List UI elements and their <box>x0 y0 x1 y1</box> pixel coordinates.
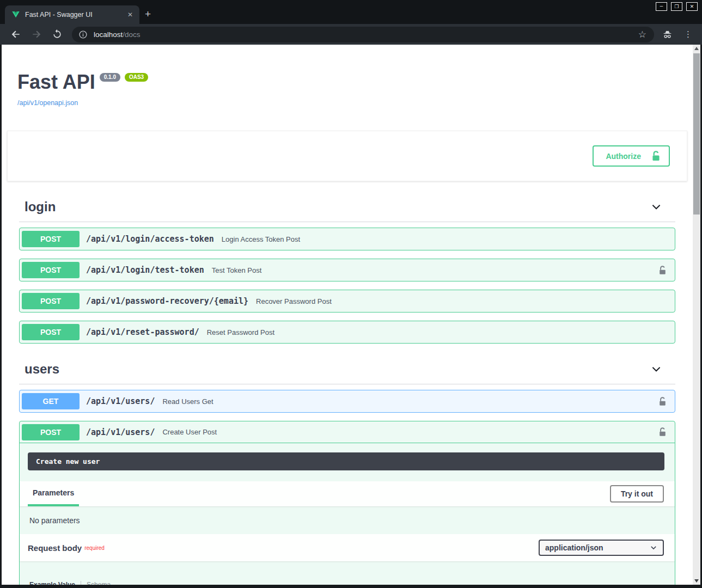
method-badge: POST <box>22 262 80 278</box>
browser-tab[interactable]: Fast API - Swagger UI ✕ <box>5 5 139 24</box>
scheme-container: Authorize <box>7 131 687 181</box>
openapi-spec-link[interactable]: /api/v1/openapi.json <box>17 99 693 107</box>
authorize-button[interactable]: Authorize <box>593 145 670 167</box>
tab-separator <box>81 581 81 585</box>
window-controls: ─ ❐ ✕ <box>656 2 698 11</box>
close-button[interactable]: ✕ <box>686 2 698 11</box>
new-tab-button[interactable]: + <box>145 9 151 19</box>
lock-icon[interactable] <box>658 427 667 437</box>
op-summary: Create User Post <box>162 428 217 436</box>
scroll-down-arrow[interactable] <box>693 577 700 585</box>
op-description: Create new user <box>28 452 664 470</box>
op-row: POST /api/v1/login/test-token Test Token… <box>19 259 675 281</box>
op-row: POST /api/v1/reset-password/ Reset Passw… <box>19 321 675 344</box>
chevron-down-icon <box>650 544 657 552</box>
op-row: GET /api/v1/users/ Read Users Get <box>19 390 675 413</box>
request-body-label: Request body <box>28 543 82 553</box>
lock-icon[interactable] <box>658 396 667 407</box>
site-info-icon[interactable] <box>78 30 88 39</box>
chevron-down-icon[interactable] <box>650 363 662 375</box>
method-badge: POST <box>22 231 80 247</box>
method-badge: POST <box>22 324 80 340</box>
version-badge: 0.1.0 <box>100 73 120 82</box>
reload-icon[interactable] <box>52 29 63 40</box>
incognito-icon <box>662 29 673 40</box>
api-section: login POST /api/v1/login/access-token Lo… <box>19 194 675 344</box>
section-header[interactable]: login <box>19 194 675 222</box>
swagger-page: Fast API0.1.0OAS3 /api/v1/openapi.json A… <box>2 45 693 585</box>
authorize-label: Authorize <box>606 152 641 161</box>
op-row-header[interactable]: GET /api/v1/users/ Read Users Get <box>20 390 675 412</box>
method-badge: POST <box>22 424 80 440</box>
op-row-header[interactable]: POST /api/v1/password-recovery/{email} R… <box>20 290 675 312</box>
op-summary: Reset Password Post <box>207 328 274 336</box>
section-title: login <box>25 199 56 215</box>
browser-menu-icon[interactable]: ⋮ <box>684 29 692 39</box>
example-schema-tabs: Example Value Schema <box>20 561 675 585</box>
api-info: Fast API0.1.0OAS3 /api/v1/openapi.json <box>17 71 693 107</box>
op-path: /api/v1/users/ <box>86 427 155 437</box>
lock-icon[interactable] <box>658 265 667 275</box>
op-row: POST /api/v1/password-recovery/{email} R… <box>19 290 675 313</box>
content-type-value: application/json <box>545 543 603 552</box>
title-bar: Fast API - Swagger UI ✕ + ─ ❐ ✕ <box>0 0 702 24</box>
required-flag: required <box>84 545 105 551</box>
op-summary: Recover Password Post <box>256 297 332 305</box>
forward-icon[interactable] <box>31 29 42 40</box>
vue-logo-favicon <box>11 10 20 19</box>
tab-schema[interactable]: Schema <box>87 581 111 585</box>
back-icon[interactable] <box>10 29 21 40</box>
method-badge: POST <box>22 293 80 309</box>
parameters-header: Parameters Try it out <box>20 481 675 506</box>
op-path: /api/v1/password-recovery/{email} <box>86 296 248 306</box>
maximize-button[interactable]: ❐ <box>671 2 682 11</box>
url-path: /docs <box>123 30 140 39</box>
op-row-header[interactable]: POST /api/v1/login/test-token Test Token… <box>20 259 675 281</box>
tab-close-icon[interactable]: ✕ <box>125 10 135 20</box>
tab-example-value[interactable]: Example Value <box>29 581 75 585</box>
oas3-badge: OAS3 <box>125 73 148 82</box>
no-parameters-text: No parameters <box>20 506 675 534</box>
sections: login POST /api/v1/login/access-token Lo… <box>19 194 675 585</box>
page-viewport: Fast API0.1.0OAS3 /api/v1/openapi.json A… <box>2 45 700 585</box>
bookmark-star-icon[interactable]: ☆ <box>638 29 646 40</box>
url-host: localhost <box>94 30 123 39</box>
address-bar[interactable]: localhost/docs ☆ <box>72 27 654 42</box>
api-section: users GET /api/v1/users/ Read Users Get … <box>19 357 675 585</box>
chevron-down-icon[interactable] <box>650 201 662 213</box>
method-badge: GET <box>22 393 80 409</box>
op-summary: Test Token Post <box>212 266 262 274</box>
op-row: POST /api/v1/login/access-token Login Ac… <box>19 228 675 250</box>
unlocked-padlock-icon <box>651 150 661 162</box>
op-expanded-body: Create new user Parameters Try it out No… <box>20 452 675 585</box>
op-row-header[interactable]: POST /api/v1/reset-password/ Reset Passw… <box>20 321 675 343</box>
try-it-out-button[interactable]: Try it out <box>610 485 664 503</box>
scrollbar-thumb[interactable] <box>693 53 700 215</box>
scroll-up-arrow[interactable] <box>693 45 700 52</box>
op-path: /api/v1/login/access-token <box>86 234 214 244</box>
section-title: users <box>25 362 59 377</box>
op-summary: Read Users Get <box>162 397 213 406</box>
section-header[interactable]: users <box>19 357 675 384</box>
page-title: Fast API <box>17 71 95 93</box>
minimize-button[interactable]: ─ <box>656 2 667 11</box>
op-path: /api/v1/login/test-token <box>86 265 204 275</box>
tab-parameters[interactable]: Parameters <box>28 481 79 506</box>
op-row: POST /api/v1/users/ Create User Post Cre… <box>19 421 675 585</box>
op-summary: Login Access Token Post <box>222 235 300 243</box>
browser-toolbar: localhost/docs ☆ ⋮ <box>0 24 702 45</box>
op-path: /api/v1/reset-password/ <box>86 327 199 337</box>
op-list: GET /api/v1/users/ Read Users Get POST /… <box>19 390 675 585</box>
op-row-header[interactable]: POST /api/v1/login/access-token Login Ac… <box>20 228 675 250</box>
tab-title: Fast API - Swagger UI <box>25 11 121 19</box>
op-row-header[interactable]: POST /api/v1/users/ Create User Post <box>20 421 675 443</box>
vertical-scrollbar[interactable] <box>693 45 700 585</box>
content-type-select[interactable]: application/json <box>539 540 664 556</box>
request-body-header: Request body required application/json <box>20 534 675 561</box>
op-list: POST /api/v1/login/access-token Login Ac… <box>19 228 675 344</box>
op-path: /api/v1/users/ <box>86 396 155 406</box>
browser-window: Fast API - Swagger UI ✕ + ─ ❐ ✕ localhos… <box>0 0 702 588</box>
